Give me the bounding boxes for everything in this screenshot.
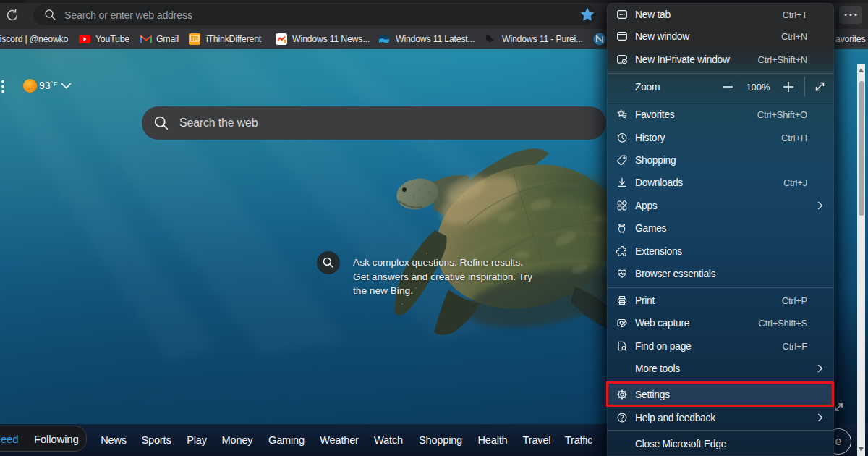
svg-text:iTD: iTD [192,37,199,41]
